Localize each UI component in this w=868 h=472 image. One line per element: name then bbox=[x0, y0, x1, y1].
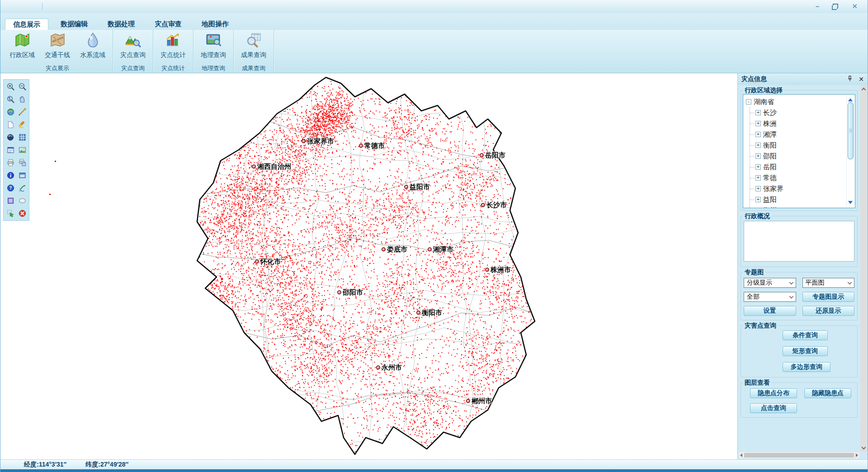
expand-icon[interactable]: + bbox=[755, 164, 761, 170]
tree-node-city[interactable]: +郴州 bbox=[750, 205, 845, 208]
tree-scroll-down-icon[interactable] bbox=[848, 201, 853, 204]
status-bar: 经度:114°3′31″ 纬度:27°49′28″ bbox=[0, 459, 868, 469]
tree-node-city[interactable]: +湘潭 bbox=[750, 129, 845, 140]
zoom-out-icon[interactable] bbox=[17, 81, 28, 92]
help-icon[interactable]: ? bbox=[5, 183, 16, 193]
tree-node-city[interactable]: +常德 bbox=[750, 172, 845, 183]
globe-icon[interactable] bbox=[5, 107, 16, 117]
polygon-query-button[interactable]: 多边形查询 bbox=[783, 362, 830, 372]
panel-hscrollbar[interactable] bbox=[739, 452, 859, 458]
rectangle-query-button[interactable]: 矩形查询 bbox=[783, 346, 828, 356]
pin-icon[interactable] bbox=[848, 76, 852, 83]
tab-5[interactable]: 地图操作 bbox=[194, 19, 236, 30]
tree-node-city[interactable]: +张家界 bbox=[750, 183, 845, 194]
close-red-icon[interactable] bbox=[17, 208, 28, 219]
ribbon-button-label: 交通干线 bbox=[45, 51, 70, 59]
restore-display-button[interactable]: 还原显示 bbox=[802, 306, 855, 316]
purple-window-icon[interactable] bbox=[5, 195, 16, 206]
expand-icon[interactable]: + bbox=[755, 110, 761, 115]
tree-node-city[interactable]: +岳阳 bbox=[750, 162, 845, 172]
titlebar-grip bbox=[42, 3, 42, 10]
tab-4[interactable]: 灾点审查 bbox=[147, 19, 189, 30]
tree-node-label: 湘潭 bbox=[763, 130, 777, 139]
hazard-distribution-button[interactable]: 隐患点分布 bbox=[750, 388, 797, 398]
disaster-info-panel: 灾点信息 ✕ 行政区域选择 -湖南省 +长沙+株洲+湘潭+衡阳+邵阳+岳阳+常德… bbox=[737, 73, 868, 459]
geo-query-button[interactable]: 地理查询 bbox=[196, 31, 231, 59]
hide-hazard-button[interactable]: 隐藏隐患点 bbox=[804, 388, 851, 398]
brush-icon[interactable] bbox=[17, 119, 28, 130]
admin-region-icon bbox=[14, 32, 31, 50]
expand-icon[interactable]: + bbox=[755, 186, 761, 191]
map-canvas[interactable] bbox=[0, 74, 737, 459]
print-preview-icon[interactable] bbox=[17, 157, 28, 168]
layer-list-icon[interactable] bbox=[5, 145, 16, 155]
all-combo[interactable]: 全部 bbox=[744, 292, 796, 302]
expand-icon[interactable]: + bbox=[755, 208, 761, 208]
overview-textbox[interactable] bbox=[744, 221, 854, 262]
panel-scroll-up-icon[interactable] bbox=[862, 88, 866, 92]
ribbon-group: 成果查询成果查询 bbox=[234, 30, 274, 73]
blank-page-icon[interactable] bbox=[5, 119, 16, 130]
hscroll-right-icon[interactable] bbox=[856, 453, 858, 457]
panel-scrollbar[interactable] bbox=[860, 86, 867, 452]
signature-icon[interactable] bbox=[17, 183, 28, 193]
print-icon[interactable] bbox=[5, 157, 16, 168]
settings-button[interactable]: 设置 bbox=[744, 306, 796, 316]
tree-scroll-up-icon[interactable] bbox=[848, 98, 853, 101]
tab-2[interactable]: 数据编辑 bbox=[53, 19, 95, 30]
tree-node-city[interactable]: +株洲 bbox=[750, 118, 845, 129]
disaster-stats-button[interactable]: 灾点统计 bbox=[156, 31, 191, 59]
expand-icon[interactable]: + bbox=[755, 197, 761, 202]
condition-query-button[interactable]: 条件查询 bbox=[783, 330, 828, 340]
close-icon[interactable]: ✕ bbox=[852, 3, 858, 10]
minimize-icon[interactable]: – bbox=[816, 3, 819, 10]
admin-region-button[interactable]: 行政区域 bbox=[5, 31, 40, 59]
click-query-button[interactable]: 点击查询 bbox=[750, 403, 797, 413]
traffic-lines-button[interactable]: 交通干线 bbox=[40, 31, 75, 59]
plane-map-combo[interactable]: 平面图 bbox=[802, 278, 855, 288]
expand-icon[interactable]: + bbox=[755, 153, 761, 159]
tree-node-city[interactable]: +长沙 bbox=[750, 107, 845, 118]
measure-icon[interactable] bbox=[17, 107, 28, 117]
grid-calc-icon[interactable] bbox=[17, 132, 28, 143]
tree-scrollbar[interactable] bbox=[846, 96, 854, 206]
hscroll-left-icon[interactable] bbox=[740, 453, 742, 457]
ribbon-group: 地理查询地理查询 bbox=[193, 30, 234, 73]
pan-icon[interactable] bbox=[17, 94, 28, 105]
zoom-extent-icon[interactable] bbox=[5, 94, 16, 105]
expand-icon[interactable]: + bbox=[755, 132, 761, 137]
map-toolbar: ? bbox=[3, 79, 29, 221]
tab-3[interactable]: 数据处理 bbox=[100, 19, 142, 30]
tab-1[interactable]: 信息展示 bbox=[5, 19, 48, 30]
thematic-show-button[interactable]: 专题图显示 bbox=[802, 292, 855, 302]
ribbon-group-label: 灾点查询 bbox=[115, 64, 151, 73]
ribbon-group: 灾点查询灾点查询 bbox=[113, 30, 153, 73]
image-icon[interactable] bbox=[17, 145, 28, 155]
thematic-group: 专题图 分级显示 平面图 全部 bbox=[741, 272, 858, 320]
expand-icon[interactable]: + bbox=[755, 175, 761, 181]
restore-icon[interactable] bbox=[833, 4, 838, 9]
panel-scroll-down-icon[interactable] bbox=[862, 445, 866, 450]
tree-node-city[interactable]: +衡阳 bbox=[750, 140, 845, 151]
tree-node-city[interactable]: +邵阳 bbox=[750, 151, 845, 162]
ellipse-icon[interactable] bbox=[17, 195, 28, 206]
grade-display-combo[interactable]: 分级显示 bbox=[744, 278, 796, 288]
water-basin-button[interactable]: 水系流域 bbox=[75, 31, 110, 59]
dark-sphere-icon[interactable] bbox=[5, 132, 16, 143]
tree-node-root[interactable]: -湖南省 bbox=[746, 96, 845, 107]
info-icon[interactable] bbox=[5, 170, 16, 181]
zoom-in-icon[interactable] bbox=[5, 81, 16, 92]
panel-close-icon[interactable]: ✕ bbox=[859, 76, 864, 83]
result-query-button[interactable]: 成果查询 bbox=[236, 31, 271, 59]
expand-icon[interactable]: + bbox=[755, 121, 761, 126]
select-arrow-icon[interactable] bbox=[5, 208, 16, 219]
hscroll-thumb[interactable] bbox=[744, 453, 854, 458]
tree-scroll-thumb[interactable] bbox=[848, 102, 854, 159]
layer-view-label: 图层查看 bbox=[743, 379, 772, 387]
expand-icon[interactable]: + bbox=[755, 143, 761, 148]
tree-node-label: 长沙 bbox=[763, 109, 777, 117]
tree-node-city[interactable]: +益阳 bbox=[750, 194, 845, 205]
collapse-icon[interactable]: - bbox=[746, 99, 751, 105]
disaster-query-button[interactable]: 灾点查询 bbox=[115, 31, 151, 59]
blue-window-icon[interactable] bbox=[17, 170, 28, 181]
